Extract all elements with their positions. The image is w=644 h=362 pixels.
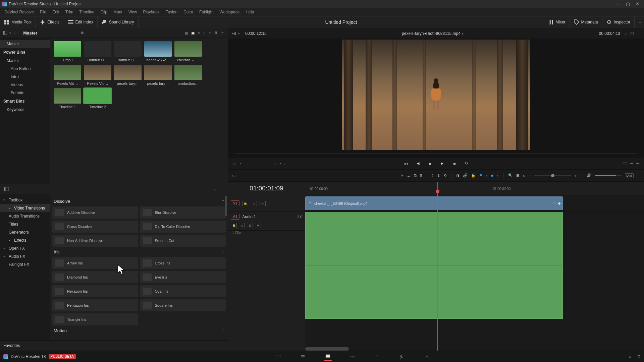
sidebar-icon[interactable] — [4, 187, 9, 191]
fx-item[interactable]: Oval Iris — [140, 285, 226, 297]
menu-item[interactable]: File — [37, 10, 49, 14]
fx-tree-node[interactable]: Fairlight FX — [0, 260, 50, 268]
fx-item[interactable]: Triangle Iris — [52, 313, 138, 325]
volume-slider[interactable] — [595, 175, 622, 176]
list-view-icon[interactable]: ≡ — [198, 31, 200, 35]
lock-track-icon[interactable]: 🔒 — [231, 223, 237, 228]
edit-page-icon[interactable] — [324, 353, 332, 361]
replace-icon[interactable]: ⟲ — [443, 173, 446, 178]
clip-thumbnail[interactable]: Timeline 2 — [84, 88, 111, 109]
clip-thumbnail[interactable]: production… — [174, 65, 202, 85]
fx-item[interactable]: Pentagon Iris — [52, 299, 138, 311]
fx-category-header[interactable]: Motion⌃ — [52, 325, 226, 336]
clip-thumbnail[interactable]: beach-2562… — [144, 41, 172, 62]
lock-track-icon[interactable]: 🔒 — [242, 201, 248, 206]
step-out-icon[interactable]: ⇥ — [630, 161, 633, 166]
cut-page-icon[interactable] — [299, 353, 307, 361]
close-button[interactable]: ✕ — [633, 1, 642, 7]
menu-item[interactable]: View — [125, 10, 140, 14]
fx-tree-node[interactable]: Titles — [0, 220, 50, 228]
menu-item[interactable]: Clip — [97, 10, 110, 14]
blade-tool-icon[interactable]: ▯ — [420, 173, 422, 178]
fx-item[interactable]: Cross Iris — [140, 257, 226, 269]
sidebar-icon[interactable] — [3, 31, 7, 35]
fx-tree-node[interactable]: ▾Audio FX — [0, 252, 50, 260]
auto-select-icon[interactable]: ◇ — [239, 223, 245, 228]
fx-item[interactable]: Blur Dissolve — [140, 206, 226, 219]
fx-item[interactable]: Eye Iris — [140, 271, 226, 283]
fx-tree-node[interactable]: ▸Effects — [0, 236, 50, 244]
fx-item[interactable]: Cross Dissolve — [52, 221, 138, 233]
menu-item[interactable]: Fusion — [162, 10, 180, 14]
timeline-timecode[interactable]: 01:00:01:09 — [228, 182, 305, 195]
media-page-icon[interactable] — [274, 353, 282, 361]
fx-tree-node[interactable]: ▾Open FX — [0, 244, 50, 252]
timeline-ruler[interactable]: 01:00:00:00 01:00:02:00 — [305, 182, 644, 195]
menu-item[interactable]: Trim — [62, 10, 76, 14]
fx-tree-node[interactable]: ▸Video Transitions — [0, 204, 50, 212]
dynamic-trim-icon[interactable]: ⧉ — [414, 173, 417, 178]
menu-item[interactable]: Timeline — [76, 10, 97, 14]
zoom-slider[interactable] — [534, 175, 571, 176]
clip-thumbnail[interactable]: Pexels Vid… — [84, 65, 111, 85]
fx-item[interactable]: Smooth Cut — [140, 235, 226, 247]
clip-thumbnail[interactable]: pexels-tary… — [114, 65, 142, 85]
marker-icon[interactable]: ◆ — [491, 173, 493, 178]
home-icon[interactable]: ⌂ — [629, 354, 631, 359]
bin-master[interactable]: Master — [0, 40, 50, 48]
search-icon[interactable]: ⌕ — [214, 187, 217, 191]
fairlight-page-icon[interactable] — [398, 353, 406, 361]
bin-item[interactable]: Master — [0, 57, 50, 65]
minimize-button[interactable]: — — [614, 1, 623, 7]
solo-icon[interactable]: S — [247, 223, 253, 228]
step-in-icon[interactable]: ⇤ — [636, 161, 639, 166]
zoom-tool-icon[interactable]: 🔍 — [508, 173, 513, 178]
menu-item[interactable]: Workspace — [217, 10, 243, 14]
lock-icon[interactable]: 🔒 — [471, 173, 476, 178]
zoom-in-icon[interactable]: + — [575, 174, 577, 178]
clip-thumbnail[interactable]: Timeline 1 — [54, 88, 81, 109]
trim-tool-icon[interactable]: ⫠ — [407, 174, 411, 178]
menu-item[interactable]: Mark — [110, 10, 125, 14]
zoom-out-icon[interactable]: − — [529, 174, 531, 178]
speaker-icon[interactable]: 🔊 — [587, 173, 591, 178]
favorites-header[interactable]: Favorites — [0, 340, 228, 351]
bin-item[interactable]: Fortnite — [0, 89, 50, 97]
clip-thumbnail[interactable]: Bathtub O… — [84, 41, 111, 62]
fx-tree-node[interactable]: Generators — [0, 228, 50, 236]
fx-item[interactable]: Diamond Iris — [52, 271, 138, 283]
clip-thumbnail[interactable]: 1.mp3 — [54, 41, 81, 62]
play-button[interactable]: ▶ — [438, 160, 446, 167]
fx-item[interactable]: Non-Additive Dissolve — [52, 235, 138, 247]
video-clip[interactable]: cheetah_-_53486 (Original).mp4 〰 ◆ — [305, 196, 563, 210]
menu-item[interactable]: Color — [180, 10, 196, 14]
step-back-button[interactable]: ◀ — [414, 160, 422, 167]
menu-item[interactable]: Playback — [140, 10, 162, 14]
zoom-dropdown[interactable]: Fit▾ — [231, 31, 240, 36]
bin-item[interactable]: Abo Button — [0, 65, 50, 73]
video-track-badge[interactable]: V1 — [231, 200, 239, 206]
bin-item[interactable]: Keywords — [0, 106, 50, 114]
snap-icon[interactable]: ◑ — [456, 173, 460, 178]
metadata-toggle[interactable]: Metadata — [570, 16, 602, 28]
link-icon[interactable]: 🔗 — [463, 173, 468, 178]
mute-icon[interactable]: M — [255, 223, 261, 228]
options-icon[interactable]: ⋯ — [221, 31, 224, 35]
audio-track-badge[interactable]: A1 — [231, 214, 239, 220]
fusion-page-icon[interactable] — [348, 353, 357, 361]
fx-category-header[interactable]: Dissolve⌃ — [52, 196, 226, 206]
audio-clip[interactable] — [305, 212, 563, 319]
bin-item[interactable]: Intro — [0, 73, 50, 81]
color-page-icon[interactable] — [373, 353, 381, 361]
overwrite-icon[interactable]: ⤓ — [437, 173, 440, 178]
fx-item[interactable]: Arrow Iris — [52, 257, 138, 269]
forward-button[interactable]: › — [17, 31, 19, 35]
clip-thumbnail[interactable]: Bathtub Q… — [114, 41, 142, 62]
options-icon[interactable]: ⋯ — [637, 31, 641, 36]
edit-index-toggle[interactable]: Edit Index — [64, 16, 98, 28]
options-icon[interactable]: ⋯ — [221, 187, 224, 191]
clip-thumbnail[interactable]: cheetah_-_… — [174, 41, 202, 62]
fx-tree-node[interactable]: ▾Toolbox — [0, 196, 50, 204]
fx-item[interactable]: Hexagon Iris — [52, 285, 138, 297]
sort-icon[interactable]: ⇅ — [214, 31, 217, 35]
